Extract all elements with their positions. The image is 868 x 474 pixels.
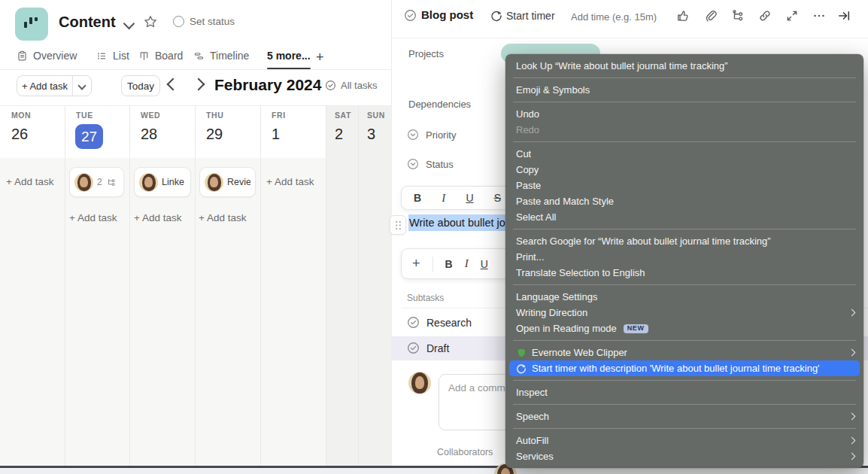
menu-item-paste-match-style[interactable]: Paste and Match Style [505,193,863,209]
underline-button[interactable]: U [466,192,473,204]
menu-item-reading-mode[interactable]: Open in Reading mode NEW [505,321,863,336]
status-label: Status [426,159,454,170]
tab-overview[interactable]: Overview [17,50,77,62]
priority-field[interactable]: Priority [407,129,456,141]
menu-item-evernote-web-clipper[interactable]: Evernote Web Clipper [505,345,863,360]
add-task-cell-thu[interactable]: + Add task [199,212,246,223]
add-task-cell-mon[interactable]: + Add task [6,176,53,187]
status-field[interactable]: Status [407,158,454,170]
below-window-strip [0,468,868,474]
favorite-star-icon[interactable] [144,15,157,29]
menu-item-services[interactable]: Services [505,448,863,464]
check-circle-icon[interactable] [407,316,420,329]
start-timer-button[interactable]: Start timer [506,10,555,22]
workspace-icon[interactable] [15,8,48,41]
paperclip-icon[interactable] [704,9,718,23]
add-task-dropdown[interactable] [73,76,91,96]
menu-item-paste[interactable]: Paste [505,178,863,193]
menu-item-copy[interactable]: Copy [505,162,863,178]
menu-item-autofill[interactable]: AutoFill [505,433,863,448]
add-view-button[interactable]: + [316,50,324,65]
subtask-row-research[interactable]: Research [407,316,472,329]
task-card-thu[interactable]: Revie [199,167,256,197]
add-task-button-label[interactable]: + Add task [17,76,73,96]
selected-text: Write about bullet jo [408,214,506,231]
tab-label: Timeline [210,50,249,62]
tab-board[interactable]: Board [138,50,183,62]
title-dropdown-chevron-icon[interactable] [123,18,135,30]
menu-divider [513,229,856,229]
avatar [74,173,93,192]
day-number[interactable]: 1 [272,126,280,143]
menu-divider [513,102,856,102]
subtask-label: Draft [426,342,449,354]
drag-handle[interactable] [390,215,406,235]
task-card-tue[interactable]: 2 [69,167,124,197]
menu-item-start-timer-with-description[interactable]: Start timer with description 'Write abou… [509,360,860,376]
menu-item-writing-direction[interactable]: Writing Direction [505,305,863,321]
menu-item-inspect[interactable]: Inspect [505,384,863,400]
task-complete-toggle-icon[interactable] [404,9,417,22]
add-task-cell-tue[interactable]: + Add task [69,212,117,223]
status-circle-icon [173,16,184,27]
today-button[interactable]: Today [121,75,160,96]
tab-list[interactable]: List [96,50,129,62]
menu-item-emoji-symbols[interactable]: Emoji & Symbols [505,82,863,98]
menu-divider [513,141,856,142]
menu-item-undo[interactable]: Undo [505,106,863,122]
link-icon[interactable] [758,9,772,23]
menu-divider [513,404,856,405]
menu-item-select-all[interactable]: Select All [505,209,863,225]
collapse-panel-icon[interactable] [837,9,851,23]
add-task-cell-wed[interactable]: + Add task [134,212,181,223]
thumbs-up-icon[interactable] [676,9,690,23]
column-divider [65,105,65,466]
expand-icon[interactable] [785,9,799,23]
subtask-row-draft[interactable]: Draft [407,342,449,354]
menu-item-search-google[interactable]: Search Google for “Write about bullet jo… [505,233,863,249]
day-number[interactable]: 28 [141,126,157,143]
menu-item-translate[interactable]: Translate Selection to English [505,265,863,281]
day-number[interactable]: 29 [206,126,223,143]
add-task-split-button[interactable]: + Add task [17,75,92,96]
set-status-button[interactable]: Set status [173,16,235,27]
day-number[interactable]: 3 [367,126,375,143]
strikethrough-button[interactable]: S [494,192,501,204]
weekday-label: MON [11,111,31,120]
all-tasks-filter[interactable]: All tasks [325,80,377,91]
active-tab-underline [267,68,311,69]
chevron-circle-icon [407,158,419,170]
add-time-input[interactable] [569,7,661,26]
italic-button[interactable]: I [465,257,469,270]
prev-week-button[interactable] [167,78,180,91]
task-card-wed[interactable]: Linke [134,167,191,197]
underline-button[interactable]: U [481,258,488,270]
tab-timeline[interactable]: Timeline [193,50,249,62]
italic-button[interactable]: I [442,192,445,205]
check-circle-icon[interactable] [407,342,420,354]
menu-item-look-up[interactable]: Look Up “Write about bullet journal time… [505,58,863,74]
menu-item-speech[interactable]: Speech [505,409,863,424]
bold-button[interactable]: B [445,258,453,270]
day-number[interactable]: 26 [11,126,28,143]
timeline-icon [193,50,205,62]
submenu-chevron-icon [848,437,856,445]
menu-divider [513,428,856,429]
column-divider [129,105,130,466]
menu-item-print[interactable]: Print... [505,249,863,265]
insert-button[interactable]: + [412,256,420,272]
tab-5-more[interactable]: 5 more... [267,50,311,62]
day-number[interactable]: 2 [335,126,343,143]
add-task-cell-fri[interactable]: + Add task [266,176,314,187]
more-options-icon[interactable] [812,9,826,23]
bold-button[interactable]: B [414,192,421,204]
menu-item-cut[interactable]: Cut [505,146,863,162]
column-divider [358,105,359,466]
menu-item-language-settings[interactable]: Language Settings [505,289,863,305]
calendar-panel: Content Set status Overview [0,0,391,466]
next-week-button[interactable] [193,78,205,91]
description-text-selected[interactable]: Write about bullet jo [408,217,506,229]
day-number-selected[interactable]: 27 [75,124,103,149]
panel-header-divider [391,38,868,38]
subtask-branch-icon[interactable] [731,9,745,23]
